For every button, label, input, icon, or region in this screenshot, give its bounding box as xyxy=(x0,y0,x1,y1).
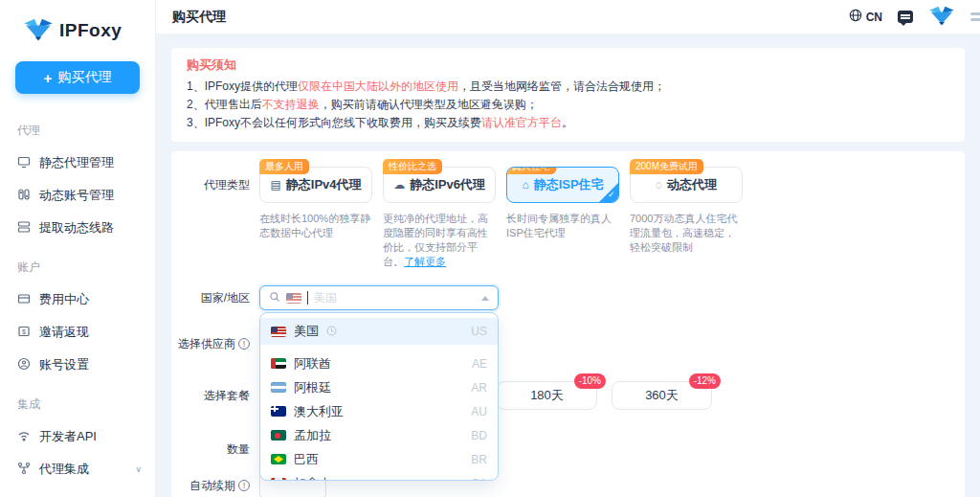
country-code: AE xyxy=(472,357,487,371)
nav-label: 开发者API xyxy=(39,428,97,445)
dashed-circle-icon: ◌ xyxy=(656,178,662,192)
sidebar: IPFoxy + 购买代理 代理 静态代理管理 动态账号管理 提取动态线路 账户… xyxy=(0,0,156,497)
sidebar-nav: 代理 静态代理管理 动态账号管理 提取动态线路 账户 费用中心 $ 邀请返现 账… xyxy=(0,94,155,478)
sidebar-item-invite-rebate[interactable]: $ 邀请返现 xyxy=(17,324,155,341)
country-code: AR xyxy=(471,381,487,395)
chevron-down-icon: ∨ xyxy=(135,464,142,474)
country-code: CA xyxy=(471,477,487,482)
country-name: 阿根廷 xyxy=(294,379,331,396)
country-option-au[interactable]: 澳大利亚 AU xyxy=(260,399,498,423)
sidebar-item-dynamic-account[interactable]: 动态账号管理 xyxy=(17,187,155,204)
country-option-us[interactable]: 美国 US xyxy=(260,318,498,345)
sidebar-item-proxy-integration[interactable]: 代理集成 ∨ xyxy=(17,461,155,478)
notice-title: 购买须知 xyxy=(187,56,949,74)
card-desc: 更纯净的代理地址，高度隐匿的同时享有高性价比，仅支持部分平台。了解更多 xyxy=(383,212,496,269)
supplier-label: 选择供应商! xyxy=(171,336,250,352)
text-cursor xyxy=(307,291,308,305)
sidebar-item-account-settings[interactable]: 账号设置 xyxy=(17,356,155,373)
selected-check-icon: ✓ xyxy=(599,183,618,202)
recent-clock-icon xyxy=(326,325,337,339)
country-code: US xyxy=(471,325,487,338)
server-icon: ▤ xyxy=(270,178,280,192)
card-title: 静态ISP住宅 xyxy=(534,176,604,193)
country-code: BD xyxy=(471,429,487,442)
notice-line-1: 1、IPFoxy提供的代理仅限在中国大陆以外的地区使用，且受当地网络监管，请合法… xyxy=(187,78,949,96)
purchase-form: 代理类型 最多人用 ▤ 静态IPv4代理 在线时长100%的独享静态数据中心代理… xyxy=(171,151,965,497)
plan-option-360d[interactable]: 360天 -12% xyxy=(612,381,712,410)
nav-section-proxy: 代理 xyxy=(17,123,155,139)
notice-line-2: 2、代理售出后不支持退换，购买前请确认代理类型及地区避免误购； xyxy=(187,96,949,114)
country-name: 澳大利亚 xyxy=(294,403,344,420)
country-option-ca[interactable]: 加拿大 CA xyxy=(260,471,498,481)
card-desc: 7000万动态真人住宅代理流量包，高速稳定，轻松突破限制 xyxy=(630,212,743,255)
sidebar-item-billing-center[interactable]: 费用中心 xyxy=(17,291,155,308)
nav-label: 动态账号管理 xyxy=(39,187,114,204)
plan-name: 360天 xyxy=(645,387,679,404)
sidebar-item-developer-api[interactable]: 开发者API xyxy=(17,428,155,445)
sidebar-item-static-proxy[interactable]: 静态代理管理 xyxy=(17,154,155,171)
nav-label: 提取动态线路 xyxy=(39,219,114,237)
proxy-type-card-ipv4[interactable]: 最多人用 ▤ 静态IPv4代理 xyxy=(259,167,372,203)
wallet-icon xyxy=(17,292,31,308)
country-label: 国家/地区 xyxy=(171,290,250,306)
plan-option-180d[interactable]: 180天 -10% xyxy=(497,381,597,410)
discount-badge: -12% xyxy=(689,373,721,389)
country-dropdown: 美国 US 阿联酋 AE 阿根廷 AR xyxy=(259,312,499,481)
language-switcher[interactable]: CN xyxy=(849,9,882,25)
globe-icon xyxy=(849,9,862,25)
top-header: 购买代理 CN xyxy=(156,0,980,34)
flag-us-icon xyxy=(271,327,286,337)
country-code: BR xyxy=(471,453,487,466)
badge-most-popular: 最多人用 xyxy=(259,159,309,174)
card-desc: 在线时长100%的独享静态数据中心代理 xyxy=(259,212,372,240)
user-info-truncated xyxy=(970,10,980,24)
quantity-label: 数量 xyxy=(171,441,250,458)
sidebar-item-extract-lines[interactable]: 提取动态线路 xyxy=(17,219,155,237)
nav-label: 账号设置 xyxy=(39,356,89,373)
proxy-type-card-dynamic[interactable]: 200M免费试用 ◌ 动态代理 xyxy=(630,167,743,203)
flag-au-icon xyxy=(271,406,286,417)
nav-section-integration: 集成 xyxy=(17,396,155,413)
country-option-br[interactable]: 巴西 BR xyxy=(260,447,498,471)
fox-logo-icon xyxy=(23,17,54,44)
page-title: 购买代理 xyxy=(172,9,226,26)
flag-bd-icon xyxy=(271,430,286,441)
invite-icon: $ xyxy=(17,325,31,341)
app-logo: IPFoxy xyxy=(0,0,155,44)
purchase-notice: 购买须知 1、IPFoxy提供的代理仅限在中国大陆以外的地区使用，且受当地网络监… xyxy=(171,48,965,142)
plan-name: 180天 xyxy=(530,387,564,404)
discount-badge: -10% xyxy=(574,373,606,389)
info-icon[interactable]: ! xyxy=(238,480,250,491)
country-option-bd[interactable]: 孟加拉 BD xyxy=(260,423,498,447)
plan-label: 选择套餐 xyxy=(171,388,250,404)
country-name: 巴西 xyxy=(294,451,319,468)
country-option-ar[interactable]: 阿根廷 AR xyxy=(260,375,498,399)
cloud-icon: ☁ xyxy=(393,178,405,192)
country-name: 美国 xyxy=(294,323,319,340)
proxy-type-card-ipv6[interactable]: 性价比之选 ☁ 静态IPv6代理 xyxy=(383,167,496,203)
svg-text:$: $ xyxy=(22,328,26,334)
notice-line-3: 3、IPFoxy不会以任何形式向您线下收取费用，购买及续费请认准官方平台。 xyxy=(187,114,949,132)
chevron-up-icon xyxy=(481,296,489,301)
country-select-input[interactable]: 美国 xyxy=(259,285,499,310)
badge-real-residential: 真人住宅 xyxy=(506,167,556,174)
info-icon[interactable]: ! xyxy=(238,338,250,350)
badge-free-trial: 200M免费试用 xyxy=(630,159,703,174)
settings-icon xyxy=(17,357,31,373)
integration-icon xyxy=(17,462,31,478)
plus-icon: + xyxy=(44,70,53,86)
country-placeholder: 美国 xyxy=(314,290,337,306)
nav-label: 费用中心 xyxy=(39,291,89,308)
nav-section-account: 账户 xyxy=(17,260,155,276)
nav-label: 邀请返现 xyxy=(39,324,89,341)
selected-country-flag xyxy=(286,293,301,304)
chat-icon[interactable] xyxy=(898,11,913,23)
country-option-ae[interactable]: 阿联酋 AE xyxy=(260,351,498,375)
learn-more-link[interactable]: 了解更多 xyxy=(404,256,446,267)
country-name: 孟加拉 xyxy=(294,427,331,444)
fox-logo-icon[interactable] xyxy=(928,5,955,29)
logo-text: IPFoxy xyxy=(59,20,122,41)
proxy-type-card-isp[interactable]: 真人住宅 ⌂ 静态ISP住宅 ✓ xyxy=(506,167,619,203)
buy-proxy-button[interactable]: + 购买代理 xyxy=(15,61,140,94)
account-icon xyxy=(17,188,31,204)
